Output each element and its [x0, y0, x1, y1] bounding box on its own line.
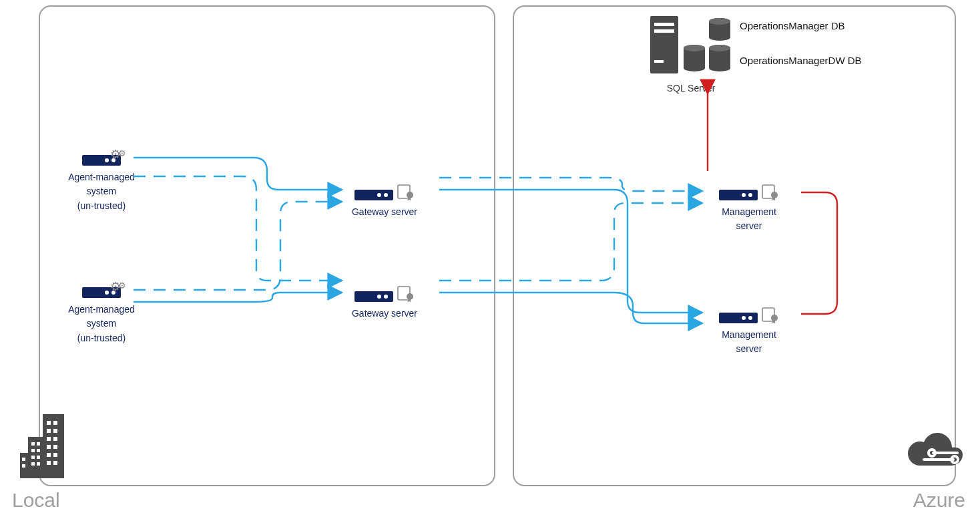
svg-point-33 [684, 65, 705, 71]
agent2-line1: Agent-managed [61, 304, 142, 316]
gateway-server-2: Gateway server [338, 285, 431, 319]
svg-point-34 [684, 45, 705, 51]
svg-rect-17 [31, 449, 35, 452]
mgmt2-line2: server [702, 343, 796, 355]
svg-rect-4 [53, 421, 57, 425]
svg-rect-14 [53, 461, 57, 465]
svg-rect-28 [654, 23, 674, 26]
svg-rect-22 [37, 462, 40, 466]
svg-point-48 [771, 192, 778, 198]
svg-rect-12 [53, 453, 57, 457]
server-icon [354, 291, 393, 302]
svg-rect-29 [654, 29, 674, 33]
svg-rect-9 [47, 445, 51, 449]
svg-rect-10 [53, 445, 57, 449]
svg-rect-6 [53, 429, 57, 433]
building-icon [20, 414, 68, 481]
db-ops-label: OperationsManager DB [740, 20, 845, 31]
svg-rect-13 [47, 461, 51, 465]
gateway-server-1: Gateway server [338, 183, 431, 218]
svg-rect-8 [53, 437, 57, 441]
region-azure-label: Azure [913, 489, 965, 512]
mgmt1-line2: server [702, 220, 796, 232]
agent1-line1: Agent-managed [61, 172, 142, 184]
mgmt1-line1: Management [702, 206, 796, 218]
svg-rect-30 [654, 60, 664, 63]
svg-rect-18 [37, 449, 40, 452]
certificate-icon [397, 285, 415, 302]
svg-rect-15 [31, 442, 35, 446]
cloud-icon [904, 433, 965, 476]
agent2-line3: (un-trusted) [61, 333, 142, 345]
agent-managed-system-2: ⚙⚙ Agent-managed system (un-trusted) [61, 287, 142, 344]
server-icon [719, 313, 758, 323]
svg-point-44 [407, 192, 413, 198]
db-opsdw-label: OperationsManagerDW DB [740, 55, 862, 66]
mgmt2-line1: Management [702, 329, 796, 341]
agent2-line2: system [61, 318, 142, 330]
sql-server-group: SQL Server [648, 13, 734, 94]
management-server-2: Management server [702, 306, 796, 355]
agent1-line3: (un-trusted) [61, 200, 142, 212]
svg-point-42 [709, 45, 730, 51]
server-icon [354, 190, 393, 200]
certificate-icon [762, 306, 779, 323]
svg-rect-11 [47, 453, 51, 457]
svg-point-37 [709, 34, 730, 41]
gear-icon: ⚙⚙ [110, 147, 129, 162]
svg-point-46 [407, 293, 413, 300]
server-tower-icon [648, 13, 734, 77]
svg-rect-19 [31, 456, 35, 459]
certificate-icon [397, 183, 415, 200]
svg-rect-20 [37, 456, 40, 459]
svg-rect-16 [37, 442, 40, 446]
region-azure [513, 5, 956, 486]
svg-rect-5 [47, 429, 51, 433]
svg-point-38 [709, 18, 730, 25]
svg-rect-23 [22, 458, 25, 461]
region-local-label: Local [12, 489, 60, 512]
svg-rect-3 [47, 421, 51, 425]
gateway1-label: Gateway server [338, 206, 431, 218]
svg-rect-21 [31, 462, 35, 466]
agent-managed-system-1: ⚙⚙ Agent-managed system (un-trusted) [61, 155, 142, 212]
gear-icon: ⚙⚙ [110, 279, 129, 295]
svg-rect-1 [28, 437, 43, 478]
certificate-icon [762, 183, 779, 200]
region-local [39, 5, 495, 486]
management-server-1: Management server [702, 183, 796, 232]
svg-rect-7 [47, 437, 51, 441]
svg-point-50 [771, 315, 778, 321]
gateway2-label: Gateway server [338, 308, 431, 320]
server-icon [719, 190, 758, 200]
agent1-line2: system [61, 186, 142, 198]
svg-rect-24 [22, 464, 25, 468]
svg-point-41 [709, 65, 730, 71]
sql-server-label: SQL Server [648, 83, 734, 94]
